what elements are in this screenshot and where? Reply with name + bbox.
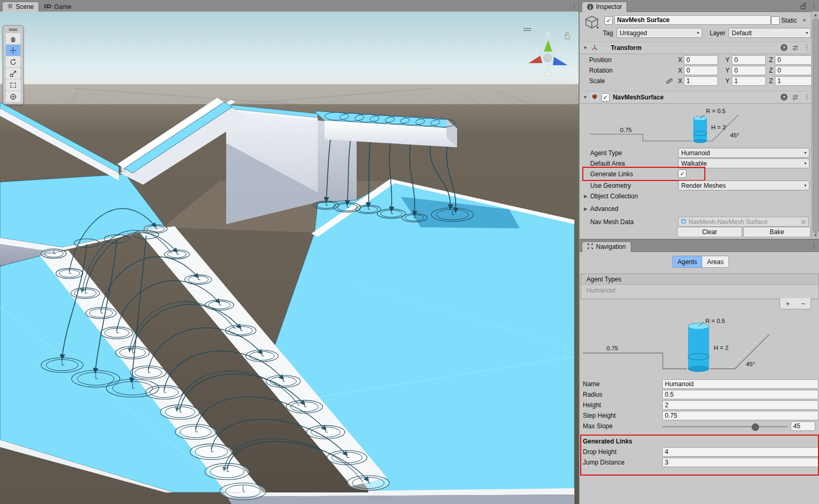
help-icon[interactable]: ? xyxy=(781,44,787,51)
agent-types-header: Agent Types xyxy=(581,274,818,285)
static-checkbox[interactable] xyxy=(771,16,780,25)
axis-label: X xyxy=(678,67,682,74)
default-area-value: Walkable xyxy=(681,160,707,167)
gameobject-name-field[interactable]: NavMesh Surface xyxy=(614,15,771,25)
max-slope-slider-thumb[interactable] xyxy=(752,424,759,431)
foldout-open-icon[interactable]: ▼ xyxy=(583,95,588,100)
scene-tabstrip: Scene Game ⋮ xyxy=(0,0,580,12)
navmeshsurface-header[interactable]: ▼ ✓ NavMeshSurface ? ⋮ xyxy=(580,91,811,104)
scale-icon xyxy=(9,70,17,77)
agent-type-dropdown[interactable]: Humanoid▾ xyxy=(678,148,810,158)
transform-header[interactable]: ▼ Transform ? ⋮ xyxy=(580,42,811,54)
inspector-scrollbar[interactable]: ▲ ▼ xyxy=(811,12,819,239)
tab-inspector[interactable]: i Inspector xyxy=(582,2,627,12)
component-enabled-checkbox[interactable]: ✓ xyxy=(601,93,610,102)
tag-dropdown[interactable]: Untagged▾ xyxy=(616,28,702,38)
agents-tab[interactable]: Agents xyxy=(672,256,702,268)
scene-viewport[interactable] xyxy=(0,12,580,504)
areas-tab[interactable]: Areas xyxy=(702,256,729,268)
navigation-tabstrip: Navigation ⋮ xyxy=(580,240,819,252)
foldout-closed-icon[interactable]: ▶ xyxy=(584,206,588,211)
move-tool-button[interactable] xyxy=(6,45,21,56)
rotation-y-field[interactable]: 0 xyxy=(732,66,766,75)
default-area-dropdown[interactable]: Walkable▾ xyxy=(678,158,810,168)
position-y-field[interactable]: 0 xyxy=(732,55,766,65)
scroll-up-icon[interactable]: ▲ xyxy=(812,12,819,18)
max-slope-slider[interactable] xyxy=(662,426,787,427)
axis-label: Y xyxy=(725,56,730,64)
component-more-icon[interactable]: ⋮ xyxy=(804,93,810,100)
generate-links-checkbox[interactable]: ✓ xyxy=(678,169,686,178)
rotate-icon xyxy=(9,58,17,66)
scale-tool-button[interactable] xyxy=(6,68,21,79)
scroll-down-icon[interactable]: ▼ xyxy=(812,233,819,238)
rect-tool-button[interactable] xyxy=(6,79,21,90)
scene-more-icon[interactable]: ⋮ xyxy=(571,2,578,9)
rotation-x-field[interactable]: 0 xyxy=(684,66,718,75)
foldout-open-icon[interactable]: ▼ xyxy=(583,45,588,51)
use-geometry-dropdown[interactable]: Render Meshes▾ xyxy=(678,180,810,190)
scale-z-field[interactable]: 1 xyxy=(775,76,813,86)
presets-icon[interactable] xyxy=(792,44,799,53)
rotate-tool-button[interactable] xyxy=(6,56,21,67)
static-caret-icon[interactable]: ▾ xyxy=(803,18,805,23)
component-title: NavMeshSurface xyxy=(613,94,664,101)
navigation-more-icon[interactable]: ⋮ xyxy=(811,242,817,249)
agent-type-value: Humanoid xyxy=(681,149,710,157)
palette-handle-icon[interactable] xyxy=(9,28,17,31)
tab-scene[interactable]: Scene xyxy=(2,2,39,12)
scene-grid-icon xyxy=(7,3,13,11)
inspector-more-icon[interactable]: ⋮ xyxy=(811,2,817,9)
nav-mesh-data-object-field[interactable]: NavMesh-NavMesh Surface ⊙ xyxy=(678,217,808,227)
max-slope-field[interactable]: 45 xyxy=(791,421,815,431)
scrollbar-thumb[interactable] xyxy=(813,18,819,233)
height-field[interactable]: 2 xyxy=(662,400,818,410)
object-collection-foldout[interactable]: Object Collection xyxy=(590,193,638,200)
foldout-closed-icon[interactable]: ▶ xyxy=(584,194,588,199)
rotation-z-field[interactable]: 0 xyxy=(775,66,813,75)
position-x-field[interactable]: 0 xyxy=(684,55,718,65)
axis-label: Z xyxy=(769,77,773,85)
drop-height-field[interactable]: 4 xyxy=(662,447,819,457)
tab-game[interactable]: Game xyxy=(39,2,76,12)
static-label: Static xyxy=(781,17,797,24)
bake-button[interactable]: Bake xyxy=(743,227,811,237)
slope-label: 45° xyxy=(730,132,739,138)
orientation-gizmo[interactable]: y x z ◄ Persp xyxy=(518,24,579,87)
hand-tool-button[interactable] xyxy=(6,33,21,44)
axis-z-label: z xyxy=(570,66,573,73)
inspector-lock-icon[interactable] xyxy=(800,3,806,11)
agent-types-toolbar: + − xyxy=(780,298,811,309)
gameobject-active-checkbox[interactable]: ✓ xyxy=(604,16,613,25)
component-more-icon[interactable]: ⋮ xyxy=(804,44,810,51)
help-icon[interactable]: ? xyxy=(781,94,787,100)
tab-navigation[interactable]: Navigation xyxy=(582,241,631,252)
transform-tool-button[interactable] xyxy=(6,91,21,102)
use-geometry-label: Use Geometry xyxy=(590,182,631,189)
agent-type-item[interactable]: Humanoid xyxy=(581,285,818,296)
position-z-field[interactable]: 0 xyxy=(775,55,813,65)
object-picker-icon[interactable]: ⊙ xyxy=(801,218,806,225)
height-label: H = 2 xyxy=(711,124,726,130)
constrain-proportions-icon[interactable] xyxy=(665,77,673,86)
add-agent-button[interactable]: + xyxy=(785,299,790,308)
clear-button[interactable]: Clear xyxy=(677,227,742,237)
step-height-field[interactable]: 0.75 xyxy=(662,411,818,420)
nav-mesh-data-value: NavMesh-NavMesh Surface xyxy=(689,218,801,226)
axis-label: Y xyxy=(725,77,730,85)
chevron-down-icon[interactable]: ▾ xyxy=(596,26,599,30)
default-area-label: Default Area xyxy=(590,160,625,167)
axis-label: X xyxy=(678,77,682,85)
advanced-foldout[interactable]: Advanced xyxy=(590,205,618,213)
presets-icon[interactable] xyxy=(792,94,799,103)
name-field[interactable]: Humanoid xyxy=(662,379,818,389)
layer-dropdown[interactable]: Default▾ xyxy=(729,28,811,38)
axis-cones[interactable] xyxy=(529,40,568,76)
jump-distance-field[interactable]: 3 xyxy=(662,458,819,467)
scale-y-field[interactable]: 1 xyxy=(732,76,766,86)
remove-agent-button[interactable]: − xyxy=(801,299,805,308)
radius-field[interactable]: 0.5 xyxy=(662,390,818,399)
scale-x-field[interactable]: 1 xyxy=(684,76,718,86)
rect-icon xyxy=(9,82,17,89)
lock-icon[interactable] xyxy=(565,33,570,39)
